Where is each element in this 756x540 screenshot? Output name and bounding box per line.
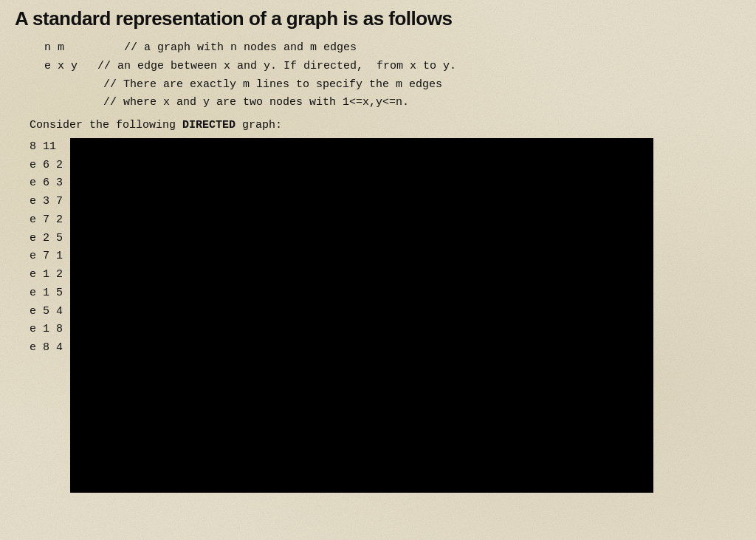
main-content: A standard representation of a graph is …	[0, 0, 756, 500]
consider-bold: DIRECTED	[182, 119, 236, 131]
edge-7: e 1 5	[30, 284, 63, 303]
consider-before: Consider the following	[30, 119, 182, 131]
edge-2: e 3 7	[30, 193, 63, 211]
edge-list: 8 11 e 6 2 e 6 3 e 3 7 e 7 2 e 2 5 e 7 1…	[15, 138, 63, 358]
desc-line-3: // There are exactly m lines to specify …	[15, 76, 741, 95]
edge-3: e 7 2	[30, 211, 63, 230]
edge-4: e 2 5	[30, 230, 63, 248]
edge-10: e 8 4	[30, 339, 63, 358]
consider-line: Consider the following DIRECTED graph:	[15, 117, 741, 135]
graph-header: 8 11	[30, 138, 63, 157]
edge-0: e 6 2	[30, 157, 63, 175]
edge-5: e 7 1	[30, 247, 63, 266]
edge-9: e 1 8	[30, 321, 63, 339]
page-title: A standard representation of a graph is …	[15, 7, 741, 30]
graph-section: 8 11 e 6 2 e 6 3 e 3 7 e 7 2 e 2 5 e 7 1…	[15, 138, 741, 493]
edge-8: e 5 4	[30, 303, 63, 321]
edge-1: e 6 3	[30, 174, 63, 193]
edge-6: e 1 2	[30, 266, 63, 284]
graph-visualization	[70, 138, 653, 493]
desc-line-2: e x y // an edge between x and y. If dir…	[15, 58, 741, 76]
desc-line-1: n m // a graph with n nodes and m edges	[15, 39, 741, 58]
consider-after: graph:	[236, 119, 282, 131]
description-block: n m // a graph with n nodes and m edges …	[15, 39, 741, 112]
desc-line-4: // where x and y are two nodes with 1<=x…	[15, 94, 741, 112]
